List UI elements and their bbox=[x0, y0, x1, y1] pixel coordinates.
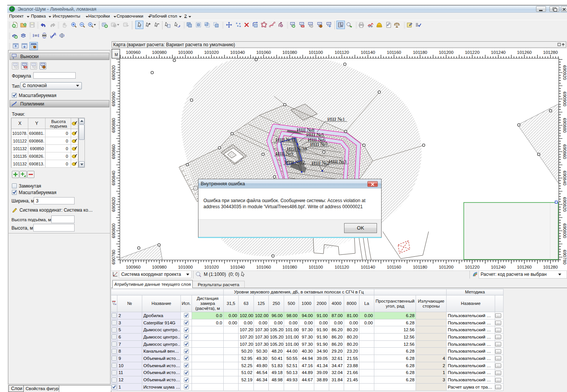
svg-text:ИШ №11: ИШ №11 bbox=[276, 137, 296, 143]
svg-text:690920: 690920 bbox=[562, 65, 567, 80]
svg-text:101040: 101040 bbox=[230, 50, 245, 55]
svg-text:101160: 101160 bbox=[387, 265, 401, 269]
svg-text:ИШ №12: ИШ №12 bbox=[285, 159, 305, 165]
svg-text:101020: 101020 bbox=[204, 50, 219, 55]
svg-text:690880: 690880 bbox=[112, 118, 116, 133]
svg-text:101260: 101260 bbox=[517, 265, 531, 269]
svg-text:101220: 101220 bbox=[465, 265, 479, 269]
svg-text:101080: 101080 bbox=[283, 265, 297, 269]
svg-text:ИШ №7: ИШ №7 bbox=[310, 141, 328, 147]
svg-text:101100: 101100 bbox=[309, 50, 323, 55]
svg-text:101080: 101080 bbox=[283, 50, 297, 55]
svg-text:690800: 690800 bbox=[562, 224, 567, 238]
svg-text:690820: 690820 bbox=[562, 197, 567, 212]
svg-text:690860: 690860 bbox=[562, 144, 567, 159]
svg-text:101060: 101060 bbox=[256, 50, 271, 55]
svg-text:101200: 101200 bbox=[439, 265, 453, 269]
svg-text:100960: 100960 bbox=[126, 265, 140, 269]
svg-text:101140: 101140 bbox=[361, 265, 375, 269]
svg-text:101280: 101280 bbox=[543, 265, 558, 269]
svg-text:101240: 101240 bbox=[491, 50, 505, 55]
svg-text:100980: 100980 bbox=[152, 50, 167, 55]
svg-text:ИШ №3: ИШ №3 bbox=[329, 159, 347, 164]
svg-text:101260: 101260 bbox=[517, 50, 531, 55]
svg-text:690840: 690840 bbox=[112, 171, 116, 185]
svg-text:101180: 101180 bbox=[413, 50, 427, 55]
svg-text:690900: 690900 bbox=[112, 92, 116, 106]
svg-text:101280: 101280 bbox=[543, 50, 558, 55]
svg-text:690820: 690820 bbox=[112, 197, 116, 212]
svg-text:690800: 690800 bbox=[112, 224, 116, 238]
svg-text:101040: 101040 bbox=[230, 265, 245, 269]
svg-text:101200: 101200 bbox=[439, 50, 453, 55]
svg-text:690900: 690900 bbox=[562, 92, 567, 106]
svg-text:М: М bbox=[115, 53, 118, 57]
svg-text:101100: 101100 bbox=[309, 265, 323, 269]
svg-text:100980: 100980 bbox=[152, 265, 167, 269]
svg-text:690920: 690920 bbox=[112, 65, 116, 80]
svg-text:690880: 690880 bbox=[562, 118, 567, 133]
svg-text:101180: 101180 bbox=[413, 265, 427, 269]
svg-text:101120: 101120 bbox=[335, 50, 349, 55]
svg-text:101220: 101220 bbox=[465, 50, 479, 55]
svg-text:690840: 690840 bbox=[562, 171, 567, 185]
svg-text:ИШ №9: ИШ №9 bbox=[276, 151, 294, 156]
svg-text:690780: 690780 bbox=[562, 250, 567, 264]
svg-text:101160: 101160 bbox=[387, 50, 401, 55]
svg-text:100960: 100960 bbox=[126, 50, 140, 55]
svg-text:101000: 101000 bbox=[178, 265, 193, 269]
svg-text:101000: 101000 bbox=[178, 50, 193, 55]
svg-text:101060: 101060 bbox=[256, 265, 271, 269]
svg-text:690780: 690780 bbox=[112, 250, 116, 264]
svg-text:690860: 690860 bbox=[112, 144, 116, 159]
svg-text:101240: 101240 bbox=[491, 265, 505, 269]
svg-text:101120: 101120 bbox=[335, 265, 349, 269]
svg-text:101140: 101140 bbox=[361, 50, 375, 55]
svg-text:101020: 101020 bbox=[204, 265, 219, 269]
svg-text:ИШ №1: ИШ №1 bbox=[327, 116, 345, 122]
